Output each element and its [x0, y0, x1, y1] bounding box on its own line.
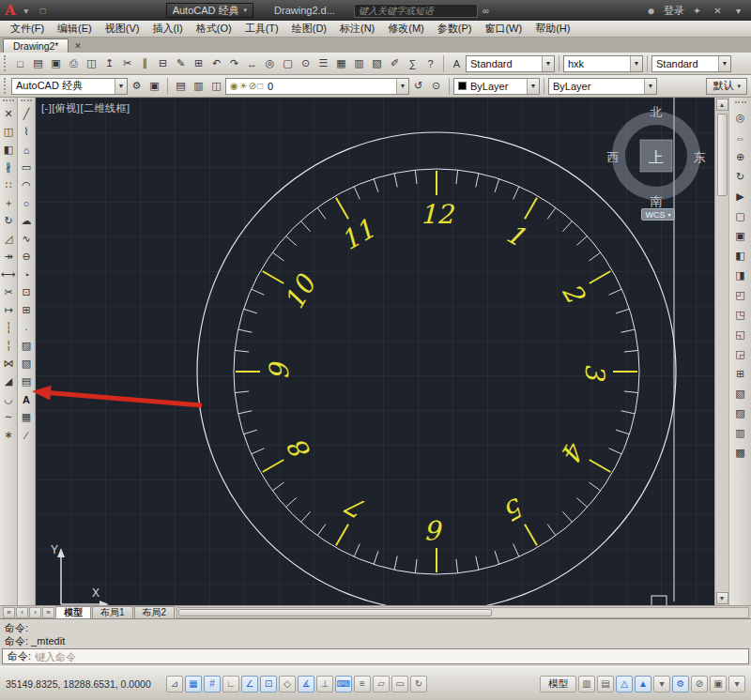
dynamic-input-button[interactable]: ⌨ [335, 676, 352, 692]
object-snap-button[interactable]: ⊡ [260, 676, 277, 692]
zoom-window-button[interactable]: ▢ [279, 54, 297, 72]
document-tab[interactable]: Drawing2* [3, 38, 69, 53]
break-button[interactable]: ╎ [0, 337, 17, 355]
scroll-down-icon[interactable]: ▼ [716, 592, 728, 604]
chevron-down-icon[interactable]: ▼ [396, 79, 408, 94]
chamfer-button[interactable]: ◢ [0, 373, 17, 390]
table-style-combo[interactable]: Standard ▼ [651, 55, 731, 72]
dynamic-ucs-button[interactable]: ⊥ [316, 676, 333, 692]
horizontal-scrollbar[interactable] [176, 607, 749, 618]
cut-button[interactable]: ✂ [118, 54, 136, 72]
chevron-down-icon[interactable]: ▼ [527, 79, 539, 94]
trim-button[interactable]: ✂ [0, 283, 17, 301]
revcloud-button[interactable]: ☁ [18, 212, 35, 230]
view-right-button[interactable]: ◨ [731, 266, 750, 284]
wcs-selector[interactable]: WCS ▾ [641, 208, 675, 221]
login-link[interactable]: 登录 [664, 4, 684, 18]
blend-button[interactable]: ∼ [0, 408, 17, 426]
insert-block-button[interactable]: ⊡ [18, 283, 35, 301]
zoom-realtime-button[interactable]: ◎ [261, 54, 279, 72]
break-at-point-button[interactable]: ┆ [0, 319, 17, 337]
menu-item[interactable]: 视图(V) [99, 21, 146, 37]
view-front-button[interactable]: ◰ [731, 286, 750, 304]
menu-item[interactable]: 插入(I) [146, 21, 189, 37]
viewcube[interactable]: 上 北 南 西 东 [604, 101, 709, 208]
annotation-visibility-button[interactable]: △ [616, 676, 633, 692]
properties-button[interactable]: ☰ [314, 54, 332, 72]
qnew-button[interactable]: □ [11, 54, 29, 72]
markup-set-manager-button[interactable]: ✐ [386, 54, 404, 72]
qnew-icon[interactable]: □ [37, 6, 50, 16]
realistic-button[interactable]: ▨ [731, 404, 750, 422]
chevron-down-icon[interactable]: ▼ [115, 79, 127, 94]
layout-tab-0[interactable]: 模型 [55, 606, 91, 618]
shaded-button[interactable]: ▩ [731, 444, 750, 462]
mirror-button[interactable]: ◧ [0, 141, 17, 159]
rectangle-button[interactable]: ▭ [18, 159, 35, 176]
workspace-selector[interactable]: AutoCAD 经典 ▾ [166, 3, 253, 18]
color-combo[interactable]: ByLayer ▼ [453, 78, 540, 95]
toolbar-grip[interactable] [4, 55, 8, 71]
match-properties-button[interactable]: ✎ [172, 54, 190, 72]
orbit-button[interactable]: ↻ [731, 168, 750, 186]
annotation-autoscale-button[interactable]: ▲ [635, 676, 651, 692]
ellipse-arc-button[interactable]: ◔ [18, 266, 35, 283]
vertical-scroll-thumb[interactable] [717, 114, 728, 196]
dim-style-combo[interactable]: hxk ▼ [563, 55, 643, 72]
publish-button[interactable]: ↥ [100, 54, 118, 72]
model-space-button[interactable]: 模型 [540, 676, 576, 692]
layout-tab-1[interactable]: 布局1 [92, 606, 133, 618]
help-button[interactable]: ? [421, 54, 439, 72]
make-block-button[interactable]: ⊞ [18, 301, 35, 319]
quick-view-drawings-button[interactable]: ▤ [597, 676, 614, 692]
layer-match-button[interactable]: ⊙ [427, 77, 445, 95]
region-button[interactable]: ▤ [18, 373, 35, 390]
drawing-canvas[interactable]: [-][俯视][二维线框] 121234567891011 上 北 南 西 东 … [36, 98, 714, 605]
sheet-set-manager-button[interactable]: ▧ [368, 54, 386, 72]
quick-view-layouts-button[interactable]: ▥ [578, 676, 595, 692]
quick-properties-button[interactable]: ▭ [391, 676, 408, 692]
plot-button[interactable]: ⎙ [65, 54, 83, 72]
scale-button[interactable]: ◿ [0, 230, 17, 248]
lengthen-button[interactable]: ⟷ [0, 266, 17, 283]
hidden-button[interactable]: ▥ [731, 424, 750, 442]
view-se-iso-button[interactable]: ◲ [731, 345, 750, 363]
undo-button[interactable]: ↶ [207, 54, 225, 72]
ortho-mode-button[interactable]: ∟ [222, 676, 239, 692]
layout-nav-button[interactable]: « [3, 607, 15, 618]
menu-browser-caret-icon[interactable]: ▾ [20, 6, 33, 16]
chevron-down-icon[interactable]: ▼ [718, 56, 730, 71]
show-motion-button[interactable]: ▶ [731, 188, 750, 205]
layout-nav-button[interactable]: ‹ [16, 607, 28, 618]
layout-nav-button[interactable]: » [42, 607, 54, 618]
horizontal-scroll-thumb[interactable] [178, 609, 492, 616]
menu-item[interactable]: 绘图(D) [285, 21, 333, 37]
conceptual-button[interactable]: ▧ [731, 385, 750, 403]
line-button[interactable]: ╱ [18, 105, 35, 123]
user-icon[interactable]: ☻ [643, 3, 659, 18]
menu-item[interactable]: 窗口(W) [478, 21, 529, 37]
polar-tracking-button[interactable]: ∠ [241, 676, 258, 692]
workspace-switching-button[interactable]: ⚙ [672, 676, 689, 692]
chevron-down-icon[interactable]: ▼ [644, 79, 656, 94]
layer-isolate-button[interactable]: ◫ [207, 77, 225, 95]
explode-button[interactable]: ∗ [0, 426, 17, 444]
layer-properties-button[interactable]: ▤ [172, 77, 190, 95]
gradient-button[interactable]: ▧ [18, 355, 35, 373]
layout-nav-button[interactable]: › [29, 607, 41, 618]
pan-button[interactable]: ⇔ [731, 129, 750, 146]
offset-button[interactable]: ∦ [0, 159, 17, 176]
viewcube-top-label[interactable]: 上 [649, 149, 664, 165]
fillet-button[interactable]: ◡ [0, 390, 17, 408]
view-sw-iso-button[interactable]: ◱ [731, 326, 750, 343]
wireframe-2d-button[interactable]: ⊞ [731, 365, 750, 383]
workspace-combo[interactable]: AutoCAD 经典 ▼ [11, 78, 128, 95]
move-button[interactable]: ＋ [0, 194, 17, 212]
search-binoculars-icon[interactable]: ∞ [478, 3, 494, 18]
default-annotation-button[interactable]: 默认 ▾ [706, 78, 747, 95]
text-style-combo[interactable]: Standard ▼ [466, 55, 555, 72]
array-button[interactable]: ∷ [0, 176, 17, 194]
autocad-logo-icon[interactable]: A [5, 4, 16, 18]
ray-button[interactable]: ∕ [18, 426, 35, 444]
erase-button[interactable]: ✕ [0, 105, 17, 123]
